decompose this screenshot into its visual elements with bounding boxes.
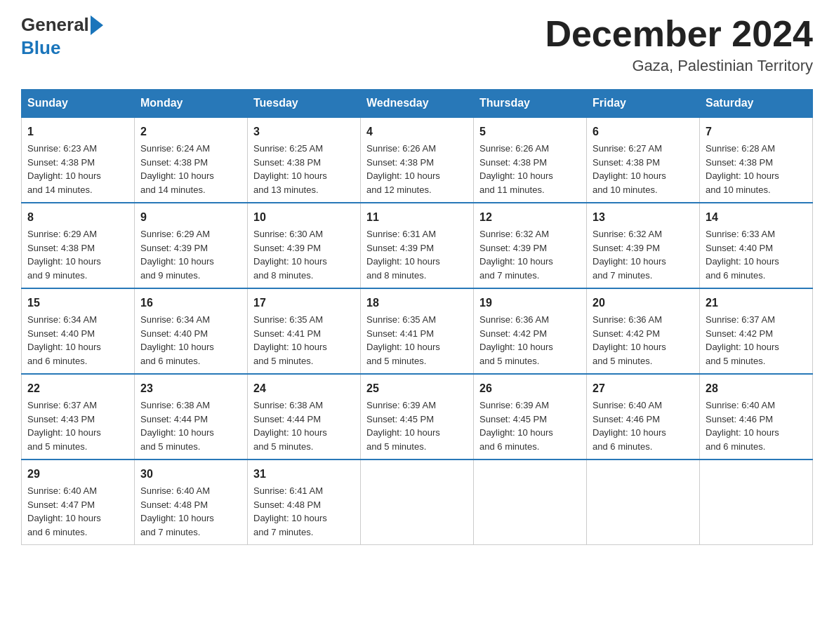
day-number: 2 [140,123,241,140]
calendar-cell: 15Sunrise: 6:34 AMSunset: 4:40 PMDayligh… [22,288,135,374]
header-cell-friday: Friday [587,90,700,118]
day-number: 9 [140,209,241,226]
day-number: 7 [706,123,807,140]
day-info: Sunrise: 6:37 AMSunset: 4:43 PMDaylight:… [27,398,128,453]
day-info: Sunrise: 6:31 AMSunset: 4:39 PMDaylight:… [366,227,468,282]
calendar-cell: 22Sunrise: 6:37 AMSunset: 4:43 PMDayligh… [22,374,135,459]
calendar-cell: 29Sunrise: 6:40 AMSunset: 4:47 PMDayligh… [22,459,135,545]
day-number: 13 [593,209,694,226]
day-info: Sunrise: 6:32 AMSunset: 4:39 PMDaylight:… [593,227,694,282]
calendar-cell: 24Sunrise: 6:38 AMSunset: 4:44 PMDayligh… [248,374,361,459]
day-info: Sunrise: 6:29 AMSunset: 4:38 PMDaylight:… [27,227,128,282]
day-info: Sunrise: 6:32 AMSunset: 4:39 PMDaylight:… [479,227,581,282]
calendar-cell: 5Sunrise: 6:26 AMSunset: 4:38 PMDaylight… [474,117,587,203]
day-info: Sunrise: 6:38 AMSunset: 4:44 PMDaylight:… [253,398,355,453]
day-info: Sunrise: 6:28 AMSunset: 4:38 PMDaylight:… [706,142,807,196]
day-number: 17 [253,295,355,311]
day-number: 1 [27,123,128,140]
calendar-cell: 23Sunrise: 6:38 AMSunset: 4:44 PMDayligh… [135,374,248,459]
day-info: Sunrise: 6:23 AMSunset: 4:38 PMDaylight:… [27,142,128,196]
title-block: December 2024 Gaza, Palestinian Territor… [545,14,813,75]
calendar-cell: 12Sunrise: 6:32 AMSunset: 4:39 PMDayligh… [474,203,587,288]
day-number: 6 [593,123,694,140]
day-info: Sunrise: 6:34 AMSunset: 4:40 PMDaylight:… [27,313,128,368]
calendar-cell: 11Sunrise: 6:31 AMSunset: 4:39 PMDayligh… [361,203,474,288]
calendar-row: 8Sunrise: 6:29 AMSunset: 4:38 PMDaylight… [22,203,813,288]
day-number: 19 [479,295,581,311]
day-number: 8 [27,209,128,226]
day-number: 31 [253,466,355,483]
day-info: Sunrise: 6:37 AMSunset: 4:42 PMDaylight:… [706,313,807,368]
day-number: 12 [479,209,581,226]
day-number: 5 [479,123,581,140]
calendar-row: 1Sunrise: 6:23 AMSunset: 4:38 PMDaylight… [22,117,813,203]
day-info: Sunrise: 6:24 AMSunset: 4:38 PMDaylight:… [140,142,241,196]
calendar-cell: 16Sunrise: 6:34 AMSunset: 4:40 PMDayligh… [135,288,248,374]
day-info: Sunrise: 6:40 AMSunset: 4:46 PMDaylight:… [706,398,807,453]
calendar-cell: 25Sunrise: 6:39 AMSunset: 4:45 PMDayligh… [361,374,474,459]
day-info: Sunrise: 6:26 AMSunset: 4:38 PMDaylight:… [366,142,468,196]
calendar-cell: 21Sunrise: 6:37 AMSunset: 4:42 PMDayligh… [700,288,813,374]
day-info: Sunrise: 6:36 AMSunset: 4:42 PMDaylight:… [479,313,581,368]
logo-blue-text: Blue [21,37,60,58]
header-cell-saturday: Saturday [700,90,813,118]
header-cell-wednesday: Wednesday [361,90,474,118]
header-cell-tuesday: Tuesday [248,90,361,118]
day-info: Sunrise: 6:40 AMSunset: 4:48 PMDaylight:… [140,484,241,539]
calendar-cell: 4Sunrise: 6:26 AMSunset: 4:38 PMDaylight… [361,117,474,203]
calendar-cell: 20Sunrise: 6:36 AMSunset: 4:42 PMDayligh… [587,288,700,374]
calendar-table: SundayMondayTuesdayWednesdayThursdayFrid… [21,89,813,545]
header-cell-thursday: Thursday [474,90,587,118]
day-info: Sunrise: 6:25 AMSunset: 4:38 PMDaylight:… [253,142,355,196]
day-number: 11 [366,209,468,226]
calendar-cell [700,459,813,545]
calendar-cell: 2Sunrise: 6:24 AMSunset: 4:38 PMDaylight… [135,117,248,203]
calendar-cell: 27Sunrise: 6:40 AMSunset: 4:46 PMDayligh… [587,374,700,459]
calendar-cell: 17Sunrise: 6:35 AMSunset: 4:41 PMDayligh… [248,288,361,374]
header-cell-monday: Monday [135,90,248,118]
day-info: Sunrise: 6:33 AMSunset: 4:40 PMDaylight:… [706,227,807,282]
calendar-cell: 6Sunrise: 6:27 AMSunset: 4:38 PMDaylight… [587,117,700,203]
header-cell-sunday: Sunday [22,90,135,118]
day-info: Sunrise: 6:26 AMSunset: 4:38 PMDaylight:… [479,142,581,196]
calendar-cell: 26Sunrise: 6:39 AMSunset: 4:45 PMDayligh… [474,374,587,459]
day-number: 22 [27,380,128,397]
day-number: 14 [706,209,807,226]
calendar-cell: 1Sunrise: 6:23 AMSunset: 4:38 PMDaylight… [22,117,135,203]
day-info: Sunrise: 6:35 AMSunset: 4:41 PMDaylight:… [366,313,468,368]
day-number: 28 [706,380,807,397]
day-info: Sunrise: 6:35 AMSunset: 4:41 PMDaylight:… [253,313,355,368]
calendar-cell: 13Sunrise: 6:32 AMSunset: 4:39 PMDayligh… [587,203,700,288]
calendar-cell: 31Sunrise: 6:41 AMSunset: 4:48 PMDayligh… [248,459,361,545]
day-info: Sunrise: 6:40 AMSunset: 4:47 PMDaylight:… [27,484,128,539]
calendar-cell: 28Sunrise: 6:40 AMSunset: 4:46 PMDayligh… [700,374,813,459]
day-number: 25 [366,380,468,397]
day-number: 21 [706,295,807,311]
day-info: Sunrise: 6:36 AMSunset: 4:42 PMDaylight:… [593,313,694,368]
logo: General Blue [21,14,105,59]
day-number: 10 [253,209,355,226]
day-number: 15 [27,295,128,311]
day-info: Sunrise: 6:30 AMSunset: 4:39 PMDaylight:… [253,227,355,282]
day-info: Sunrise: 6:39 AMSunset: 4:45 PMDaylight:… [366,398,468,453]
calendar-body: 1Sunrise: 6:23 AMSunset: 4:38 PMDaylight… [22,117,813,545]
day-info: Sunrise: 6:40 AMSunset: 4:46 PMDaylight:… [593,398,694,453]
day-number: 26 [479,380,581,397]
calendar-cell: 18Sunrise: 6:35 AMSunset: 4:41 PMDayligh… [361,288,474,374]
calendar-row: 22Sunrise: 6:37 AMSunset: 4:43 PMDayligh… [22,374,813,459]
calendar-cell: 10Sunrise: 6:30 AMSunset: 4:39 PMDayligh… [248,203,361,288]
calendar-header: SundayMondayTuesdayWednesdayThursdayFrid… [22,90,813,118]
calendar-row: 29Sunrise: 6:40 AMSunset: 4:47 PMDayligh… [22,459,813,545]
logo-general-text: General [21,14,89,36]
day-number: 20 [593,295,694,311]
header-row: SundayMondayTuesdayWednesdayThursdayFrid… [22,90,813,118]
calendar-cell: 9Sunrise: 6:29 AMSunset: 4:39 PMDaylight… [135,203,248,288]
day-info: Sunrise: 6:38 AMSunset: 4:44 PMDaylight:… [140,398,241,453]
calendar-cell: 7Sunrise: 6:28 AMSunset: 4:38 PMDaylight… [700,117,813,203]
day-number: 23 [140,380,241,397]
month-title: December 2024 [545,14,813,54]
day-info: Sunrise: 6:27 AMSunset: 4:38 PMDaylight:… [593,142,694,196]
day-info: Sunrise: 6:34 AMSunset: 4:40 PMDaylight:… [140,313,241,368]
day-number: 29 [27,466,128,483]
day-number: 18 [366,295,468,311]
